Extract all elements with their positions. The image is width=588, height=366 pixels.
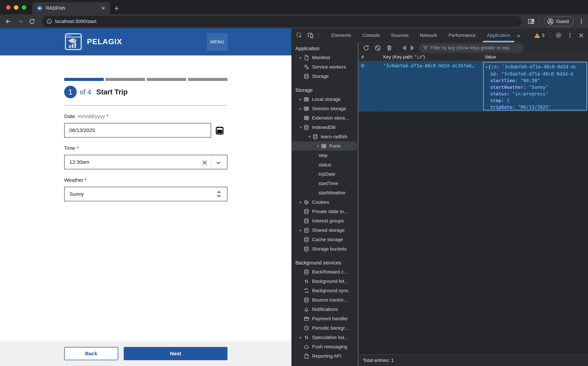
disclosure-right-icon[interactable]: ▸ [298,107,303,111]
sidebar-item-reporting-api[interactable]: Reporting API [292,351,358,361]
devtools-tab-performance[interactable]: Performance [443,28,481,42]
date-input[interactable]: 06/13/2025 [64,123,211,137]
sidebar-item-service-workers[interactable]: Service workers [292,62,358,72]
sidebar-item-session-storage[interactable]: ▸Session storage [292,104,358,113]
devtools-menu-icon[interactable] [567,32,573,38]
device-toolbar-icon[interactable] [307,32,314,38]
sidebar-item-learn-radfish[interactable]: ▾learn-radfish [292,132,358,141]
tab-close-icon[interactable]: ✕ [101,5,105,11]
side-panel-icon[interactable] [528,18,535,25]
next-page-icon[interactable] [411,45,414,51]
column-number[interactable]: # [359,53,380,61]
close-devtools-icon[interactable] [578,32,584,38]
disclosure-right-icon[interactable]: ▸ [298,97,303,101]
close-window-button[interactable] [6,5,11,10]
devtools-tab-network[interactable]: Network [414,28,443,42]
sidebar-item-extension-stora[interactable]: Extension stora… [292,113,358,123]
sidebar-item-background-fet[interactable]: Background fet… [292,276,358,286]
time-dropdown-icon[interactable] [215,160,222,166]
back-button[interactable]: Back [64,347,118,360]
sidebar-item-form[interactable]: ▾Form [292,141,358,151]
devtools-tab-elements[interactable]: Elements [326,28,357,42]
refresh-icon[interactable] [363,45,370,51]
sidebar-item-tripdate[interactable]: tripDate [292,169,358,179]
disclosure-down-icon[interactable]: ▾ [307,135,312,139]
sidebar-item-storage[interactable]: Storage [292,72,358,81]
sidebar-item-local-storage[interactable]: ▸Local storage [292,95,358,104]
sidebar-item-notifications[interactable]: Notifications [292,305,358,314]
disclosure-down-icon[interactable]: ▾ [315,144,321,148]
key-filter-input[interactable]: Filter by key (show keys greater or equ [419,43,524,53]
total-entries-status: Total entries: 1 [359,354,588,366]
clear-object-store-icon[interactable] [374,45,381,51]
sidebar-item-indexeddb[interactable]: ▾IndexedDB [292,123,358,132]
settings-gear-icon[interactable] [555,32,562,39]
sidebar-item-private-state-to[interactable]: Private state to… [292,207,358,216]
column-key[interactable]: Key (Key path: "id") [380,53,482,61]
url-text[interactable]: localhost:3000/start [55,19,96,24]
sidebar-item-bounce-trackin[interactable]: Bounce trackin… [292,295,358,305]
sidebar-item-shared-storage[interactable]: ▸Shared storage [292,226,358,235]
sidebar-section-background-services: Background servicesBack/forward c…Backgr… [292,258,358,361]
column-value[interactable]: Value [482,53,588,61]
disclosure-right-icon[interactable]: ▸ [298,200,303,205]
sidebar-item-startweather[interactable]: startWeather [292,188,358,198]
warnings-badge[interactable]: 3 [534,33,544,38]
sidebar-item-periodic-backgr[interactable]: Periodic backgr… [292,323,358,333]
sidebar-item-cache-storage[interactable]: Cache storage [292,235,358,244]
sidebar-item-manifest[interactable]: ▸Manifest [292,53,358,62]
sidebar-item-step[interactable]: step [292,151,358,160]
browser-tab[interactable]: RADFish ✕ [32,2,110,14]
sidebar-item-label: tripDate [318,171,335,177]
object-preview-line[interactable]: ▼{id: '3c0abfe6-d71a-48c8-9d2d-dc [485,63,587,71]
sidebar-item-label: Storage [312,74,329,79]
devtools-tab-console[interactable]: Console [357,28,386,42]
sidebar-item-speculative-loa[interactable]: ▸Speculative loa… [292,333,358,342]
site-info-icon[interactable] [46,19,52,24]
record-row[interactable]: 0 "3c0abfe6-d71a-48c8-9d2d-dc2bfa6… ▼{id… [359,61,588,112]
disclosure-right-icon[interactable]: ▸ [298,228,303,232]
combo-divider [211,158,211,167]
devtools-tab-application[interactable]: Application [481,28,516,42]
menu-button[interactable]: MENU [207,33,227,51]
profile-button[interactable]: Guest [544,16,574,26]
forward-icon[interactable] [17,18,24,25]
sidebar-item-starttime[interactable]: startTime [292,179,358,188]
window-controls[interactable] [6,5,26,10]
sidebar-item-background-sync[interactable]: Background sync [292,286,358,295]
calendar-icon[interactable] [215,125,224,135]
sidebar-item-cookies[interactable]: ▸Cookies [292,198,358,207]
sidebar-item-interest-groups[interactable]: Interest groups [292,216,358,226]
indexeddb-data-panel: Filter by key (show keys greater or equ … [359,43,588,366]
browser-menu-icon[interactable] [578,18,585,25]
time-combobox[interactable]: 12:30am [64,155,227,169]
devtools-tab-sources[interactable]: Sources [385,28,414,42]
disclosure-right-icon[interactable]: ▸ [298,55,303,60]
new-tab-button[interactable]: + [114,3,119,13]
record-value-cell[interactable]: ▼{id: '3c0abfe6-d71a-48c8-9d2d-dcid: "3c… [482,61,588,112]
more-tabs-icon[interactable]: » [517,32,520,39]
minimize-window-button[interactable] [14,5,18,10]
sidebar-item-back-forward-c[interactable]: Back/forward c… [292,267,358,276]
reload-icon[interactable] [29,18,35,25]
sidebar-item-label: Background sync [312,288,349,293]
expanded-object[interactable]: ▼{id: '3c0abfe6-d71a-48c8-9d2d-dcid: "3c… [483,62,587,110]
expand-arrow-icon[interactable]: ▼ [485,65,487,69]
maximize-window-button[interactable] [22,5,26,10]
sidebar-item-label: Reporting API [312,353,341,359]
next-button[interactable]: Next [124,347,227,360]
clear-time-icon[interactable] [201,159,208,166]
address-bar[interactable]: localhost:3000/start [42,16,521,27]
brand-name: PELAGIX [87,38,122,46]
sidebar-item-storage-buckets[interactable]: Storage buckets [292,244,358,254]
back-icon[interactable] [5,18,12,25]
disclosure-right-icon[interactable]: ▸ [298,335,303,340]
disclosure-down-icon[interactable]: ▾ [298,125,303,130]
previous-page-icon[interactable] [402,45,406,51]
delete-selected-icon[interactable] [386,45,393,51]
inspect-element-icon[interactable] [296,32,302,38]
sidebar-item-payment-handler[interactable]: Payment handler [292,314,358,323]
sidebar-item-status[interactable]: status [292,160,358,169]
weather-select[interactable]: Sunny [64,187,227,201]
sidebar-item-push-messaging[interactable]: Push messaging [292,342,358,351]
